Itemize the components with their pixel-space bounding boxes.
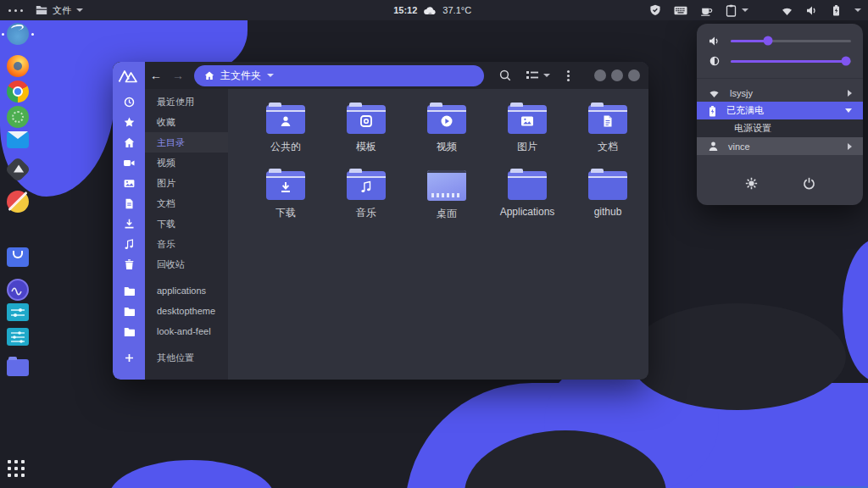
dock-mail-icon[interactable] — [7, 131, 29, 148]
running-indicator — [31, 33, 34, 36]
wallpaper-blob-dark — [629, 303, 846, 410]
window-button-minimize[interactable] — [594, 69, 606, 81]
video-icon — [113, 158, 145, 169]
wifi-icon[interactable] — [781, 5, 793, 16]
top-panel: 文件 15:12 37.1°C — [0, 0, 868, 20]
sidebar-item-documents[interactable]: 文档 — [113, 193, 228, 214]
folder-tile-desktop[interactable]: 桌面 — [415, 167, 479, 221]
files-folder-icon — [36, 5, 47, 15]
desktop-thumbnail — [427, 170, 466, 201]
activities-dots-icon[interactable] — [8, 9, 23, 12]
window-button-maximize[interactable] — [611, 69, 623, 81]
brightness-icon — [709, 55, 721, 67]
coffee-icon[interactable] — [700, 4, 713, 16]
folder-tile-videos[interactable]: 视频 — [415, 101, 479, 154]
chevron-down-icon — [267, 74, 274, 77]
view-options-chevron-icon[interactable] — [543, 74, 550, 77]
document-icon — [113, 198, 145, 209]
sidebar-item-trash[interactable]: 回收站 — [113, 254, 228, 274]
view-list-icon[interactable] — [526, 70, 538, 80]
folder-icon — [588, 171, 627, 200]
menu-item-network[interactable]: lsysjy — [697, 84, 863, 102]
menu-item-user[interactable]: vince — [697, 137, 863, 155]
app-menu-label: 文件 — [53, 4, 71, 17]
folder-tile-public[interactable]: 公共的 — [253, 101, 318, 154]
dock-settings-sliders-icon[interactable] — [7, 328, 29, 346]
star-icon — [113, 117, 145, 128]
shield-check-icon[interactable] — [649, 4, 661, 16]
menu-item-power-settings[interactable]: 电源设置 — [697, 119, 863, 137]
dock-settings-sliders-icon[interactable] — [7, 303, 29, 321]
search-icon[interactable] — [499, 69, 511, 81]
keyboard-icon[interactable] — [674, 4, 687, 16]
folder-grid: 公共的 模板 视频 图片 文档 下载 音乐 桌面 — [228, 89, 648, 380]
menu-item-battery[interactable]: 已充满电 — [697, 102, 863, 119]
dock — [0, 20, 36, 488]
sidebar-item-other-locations[interactable]: 其他位置 — [113, 347, 228, 368]
sidebar-item-desktoptheme[interactable]: desktoptheme — [113, 301, 228, 321]
pathbar[interactable]: 主文件夹 — [194, 65, 484, 86]
battery-icon[interactable] — [831, 4, 842, 17]
window-headerbar: ← → 主文件夹 — [145, 62, 648, 89]
brightness-slider-knob[interactable] — [842, 57, 851, 66]
folder-icon — [347, 171, 386, 200]
dock-system-monitor-icon[interactable] — [7, 279, 29, 301]
clipboard-menu[interactable] — [726, 4, 748, 17]
trash-icon — [113, 259, 145, 270]
dock-software-store-icon[interactable] — [7, 247, 29, 267]
volume-icon[interactable] — [806, 5, 818, 16]
divider — [697, 78, 863, 79]
person-emblem-icon — [279, 115, 292, 127]
power-icon[interactable] — [803, 177, 815, 190]
panel-clock[interactable]: 15:12 — [393, 5, 417, 15]
folder-icon — [508, 105, 547, 134]
folder-tile-templates[interactable]: 模板 — [334, 101, 398, 154]
dock-web-planet-icon[interactable] — [7, 23, 29, 45]
folder-tile-pictures[interactable]: 图片 — [495, 101, 559, 154]
brightness-slider-row — [697, 51, 863, 71]
dock-firefox-icon[interactable] — [7, 55, 29, 77]
wallpaper-blob — [843, 239, 868, 381]
brightness-slider[interactable] — [731, 60, 851, 63]
sidebar-item-look-and-feel[interactable]: look-and-feel — [113, 321, 228, 341]
app-menu[interactable]: 文件 — [36, 4, 83, 17]
show-applications-icon[interactable] — [8, 460, 28, 480]
folder-icon — [113, 306, 145, 317]
folder-tile-music[interactable]: 音乐 — [334, 167, 398, 221]
menu-kebab-icon[interactable] — [567, 70, 570, 81]
sidebar-item-downloads[interactable]: 下载 — [113, 214, 228, 234]
chevron-down-icon — [76, 8, 83, 12]
folder-tile-downloads[interactable]: 下载 — [253, 167, 318, 221]
chevron-down-icon[interactable] — [854, 8, 861, 12]
chevron-down-icon — [845, 108, 852, 113]
folder-icon — [588, 105, 627, 134]
dock-chrome-icon[interactable] — [7, 80, 29, 103]
folder-icon — [427, 105, 466, 134]
sidebar-item-starred[interactable]: 收藏 — [113, 112, 228, 132]
chevron-down-icon — [742, 8, 748, 12]
forward-button[interactable]: → — [167, 69, 189, 82]
sidebar-item-videos[interactable]: 视频 — [113, 152, 228, 173]
sidebar-item-applications[interactable]: applications — [113, 280, 228, 301]
dock-inkscape-icon[interactable] — [4, 156, 31, 182]
settings-gear-icon[interactable] — [745, 177, 758, 190]
folder-tile-github[interactable]: github — [576, 167, 640, 221]
dock-files-folder-icon[interactable] — [7, 359, 29, 376]
sidebar-item-pictures[interactable]: 图片 — [113, 173, 228, 193]
folder-icon — [266, 105, 305, 134]
dock-green-app-icon[interactable] — [7, 106, 29, 128]
sidebar-item-music[interactable]: 音乐 — [113, 234, 228, 254]
folder-icon — [113, 286, 145, 297]
folder-tile-documents[interactable]: 文档 — [576, 101, 640, 154]
download-emblem-icon — [279, 180, 292, 193]
folder-tile-applications[interactable]: Applications — [495, 167, 559, 221]
sidebar-item-recent[interactable]: 最近使用 — [113, 92, 228, 112]
panel-temperature[interactable]: 37.1°C — [442, 5, 471, 15]
chevron-right-icon — [848, 143, 852, 150]
volume-slider[interactable] — [731, 40, 851, 42]
window-button-close[interactable] — [628, 69, 640, 81]
sidebar-item-home[interactable]: 主目录 — [113, 132, 228, 152]
back-button[interactable]: ← — [145, 69, 167, 82]
volume-slider-knob[interactable] — [764, 36, 773, 46]
dock-ball-game-icon[interactable] — [7, 191, 29, 213]
